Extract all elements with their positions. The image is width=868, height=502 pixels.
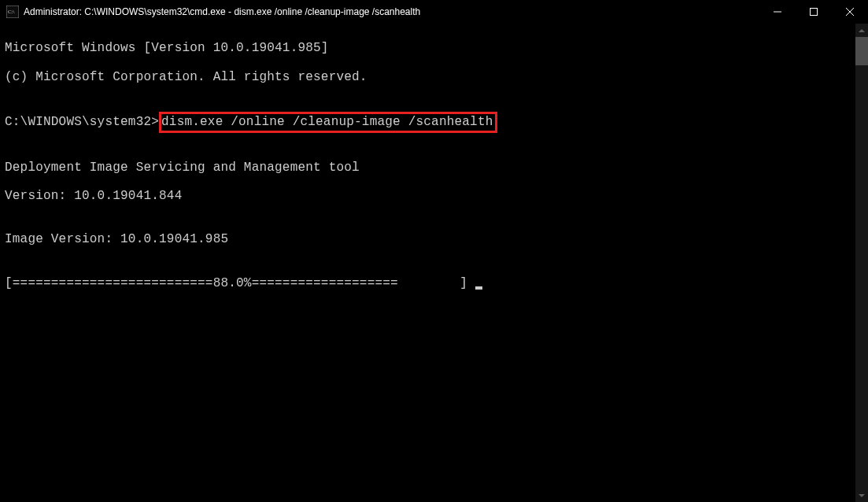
- svg-marker-7: [859, 494, 865, 497]
- scroll-up-button[interactable]: [855, 24, 868, 37]
- progress-bar: [==========================88.0%========…: [5, 276, 475, 290]
- highlighted-command: dism.exe /online /cleanup-image /scanhea…: [159, 112, 497, 132]
- svg-rect-3: [811, 9, 818, 16]
- cmd-icon: C:\: [6, 6, 19, 18]
- titlebar[interactable]: C:\ Administrator: C:\WINDOWS\system32\c…: [0, 0, 868, 24]
- terminal-output[interactable]: Microsoft Windows [Version 10.0.19041.98…: [0, 24, 868, 502]
- prompt-line: C:\WINDOWS\system32>dism.exe /online /cl…: [5, 113, 863, 131]
- prompt-path: C:\WINDOWS\system32>: [5, 115, 159, 129]
- output-line: Image Version: 10.0.19041.985: [5, 232, 863, 246]
- maximize-button[interactable]: [796, 0, 832, 24]
- cursor: [475, 286, 482, 290]
- window-title: Administrator: C:\WINDOWS\system32\cmd.e…: [24, 6, 759, 17]
- minimize-button[interactable]: [759, 0, 796, 24]
- svg-text:C:\: C:\: [8, 9, 15, 15]
- output-line: Deployment Image Servicing and Managemen…: [5, 161, 863, 175]
- progress-line: [==========================88.0%========…: [5, 276, 863, 290]
- vertical-scrollbar[interactable]: [855, 24, 868, 502]
- scroll-down-button[interactable]: [855, 489, 868, 502]
- cmd-window: C:\ Administrator: C:\WINDOWS\system32\c…: [0, 0, 868, 502]
- svg-marker-6: [859, 29, 865, 32]
- window-controls: [759, 0, 868, 24]
- scrollbar-thumb[interactable]: [855, 37, 868, 65]
- output-line: Microsoft Windows [Version 10.0.19041.98…: [5, 41, 863, 55]
- output-line: (c) Microsoft Corporation. All rights re…: [5, 70, 863, 84]
- close-button[interactable]: [832, 0, 868, 24]
- output-line: Version: 10.0.19041.844: [5, 189, 863, 203]
